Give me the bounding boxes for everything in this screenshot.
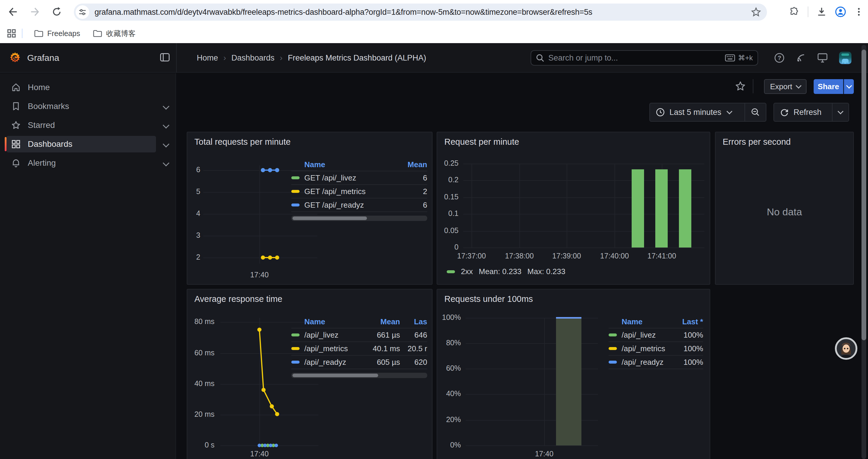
- extensions-icon[interactable]: [789, 7, 800, 17]
- breadcrumb-current: Freeleaps Metrics Dashboard (ALPHA): [288, 54, 426, 63]
- apps-grid-icon[interactable]: [7, 29, 16, 38]
- star-icon: [11, 121, 21, 130]
- user-avatar[interactable]: [839, 52, 851, 64]
- series-swatch: [609, 333, 617, 336]
- help-icon[interactable]: ?: [774, 53, 785, 63]
- legend-row[interactable]: GET /api/_readyz6: [291, 198, 427, 212]
- legend-row[interactable]: GET /api/_livez6: [291, 171, 427, 185]
- address-bar[interactable]: grafana.mathmast.com/d/deytv4rwavabkb/fr…: [74, 4, 767, 21]
- panel-avg-response-time: Average response time 80 ms 60 ms 40 ms …: [187, 289, 433, 459]
- time-range-picker[interactable]: Last 5 minutes: [650, 103, 745, 121]
- sidebar-item-home[interactable]: Home: [6, 79, 156, 96]
- browser-toolbar: grafana.mathmast.com/d/deytv4rwavabkb/fr…: [0, 0, 868, 24]
- chevron-down-icon[interactable]: [163, 103, 169, 110]
- legend-row[interactable]: /api/_readyz100%: [609, 356, 703, 369]
- sidebar-item-label: Alerting: [28, 158, 56, 168]
- url-text[interactable]: grafana.mathmast.com/d/deytv4rwavabkb/fr…: [95, 8, 751, 17]
- legend-scrollbar[interactable]: [291, 216, 427, 221]
- back-icon[interactable]: [6, 5, 20, 19]
- area-chart: [437, 290, 710, 459]
- refresh-interval-button[interactable]: [833, 103, 848, 121]
- chevron-down-icon: [838, 108, 843, 114]
- chevron-down-icon[interactable]: [163, 122, 169, 129]
- sidebar-item-starred[interactable]: Starred: [6, 117, 156, 133]
- breadcrumb: Home › Dashboards › Freeleaps Metrics Da…: [197, 43, 426, 73]
- sidebar-item-label: Home: [28, 83, 50, 92]
- chevron-down-icon: [796, 83, 802, 89]
- search-input[interactable]: Search or jump to... ⌘+k: [531, 50, 758, 66]
- series-swatch: [291, 361, 300, 364]
- toolbar-divider: [808, 6, 808, 17]
- series-swatch: [609, 361, 617, 364]
- chevron-down-icon: [726, 108, 733, 114]
- assistant-avatar[interactable]: [835, 337, 857, 360]
- monitor-icon[interactable]: [817, 53, 828, 63]
- bar-chart: [437, 132, 710, 284]
- brand-name: Grafana: [27, 53, 59, 63]
- legend-header: NameMeanLas: [291, 316, 427, 328]
- sidebar-item-label: Bookmarks: [28, 102, 69, 111]
- legend-row[interactable]: /api/_metrics100%: [609, 342, 703, 356]
- legend-table: NameMeanLas /api/_livez661 µs646 /api/_m…: [291, 316, 427, 369]
- export-button[interactable]: Export: [764, 79, 807, 94]
- sidebar-item-label: Starred: [28, 121, 55, 130]
- clock-icon: [656, 108, 665, 117]
- legend-row[interactable]: /api/_livez100%: [609, 328, 703, 342]
- application-window: grafana.mathmast.com/d/deytv4rwavabkb/fr…: [0, 0, 868, 459]
- browser-menu-icon[interactable]: [855, 7, 863, 16]
- bookmark-folder-label: Freeleaps: [47, 29, 80, 38]
- bookmark-star-icon[interactable]: [751, 7, 761, 17]
- legend-row[interactable]: /api/_metrics40.1 ms20.5 r: [291, 342, 427, 356]
- dock-sidebar-icon[interactable]: [160, 53, 169, 61]
- legend-table: NameLast * /api/_livez100% /api/_metrics…: [609, 316, 703, 369]
- legend-table: NameMean GET /api/_livez6 GET /api/_metr…: [291, 158, 427, 212]
- search-placeholder: Search or jump to...: [548, 54, 725, 63]
- chevron-down-icon[interactable]: [163, 160, 169, 167]
- legend-row[interactable]: /api/_readyz605 µs620: [291, 356, 427, 369]
- refresh-button[interactable]: Refresh: [774, 103, 832, 121]
- legend-header: NameLast *: [609, 316, 703, 328]
- reload-icon[interactable]: [50, 5, 64, 19]
- time-range-group: Last 5 minutes: [649, 103, 766, 122]
- site-settings-icon[interactable]: [75, 5, 89, 19]
- chevron-down-icon[interactable]: [163, 141, 169, 148]
- profile-icon[interactable]: [835, 6, 846, 18]
- page-scrollbar[interactable]: [862, 45, 866, 459]
- forward-icon[interactable]: [28, 5, 42, 19]
- panel-requests-under-100ms: Requests under 100ms 100% 80% 60% 40% 20…: [437, 289, 710, 459]
- bookmark-folder-freeleaps[interactable]: Freeleaps: [30, 27, 85, 40]
- series-swatch: [291, 347, 300, 350]
- apps-grid-icon: [11, 139, 21, 149]
- legend-row[interactable]: /api/_livez661 µs646: [291, 328, 427, 342]
- series-swatch: [291, 333, 300, 336]
- downloads-icon[interactable]: [816, 7, 827, 17]
- legend-header: NameMean: [291, 158, 427, 171]
- legend-row[interactable]: GET /api/_metrics2: [291, 185, 427, 198]
- refresh-group: Refresh: [773, 103, 849, 122]
- scrollbar-thumb[interactable]: [862, 50, 866, 340]
- zoom-out-icon: [751, 108, 760, 117]
- panel-title[interactable]: Errors per second: [723, 137, 791, 147]
- favorite-star-icon[interactable]: [735, 81, 746, 92]
- legend-line[interactable]: 2xx Mean: 0.233 Max: 0.233: [447, 267, 565, 276]
- grafana-logo-icon: [9, 52, 21, 64]
- news-rss-icon[interactable]: [796, 53, 806, 63]
- refresh-label: Refresh: [794, 108, 822, 117]
- sidebar: Home Bookmarks Starred Dashboards Alerti…: [0, 73, 176, 459]
- share-menu-button[interactable]: [844, 79, 854, 94]
- sidebar-item-bookmarks[interactable]: Bookmarks: [6, 98, 156, 114]
- bookmark-folder-blogs[interactable]: 收藏博客: [88, 26, 140, 41]
- bookmark-icon: [11, 102, 21, 111]
- series-swatch: [609, 347, 617, 350]
- grafana-brand[interactable]: Grafana: [9, 43, 59, 73]
- sidebar-item-dashboards[interactable]: Dashboards: [6, 136, 156, 153]
- legend-scrollbar[interactable]: [291, 373, 427, 378]
- zoom-out-button[interactable]: [745, 103, 766, 121]
- series-swatch: [447, 270, 455, 273]
- share-button[interactable]: Share: [814, 79, 843, 94]
- time-range-label: Last 5 minutes: [670, 108, 721, 117]
- sidebar-item-label: Dashboards: [28, 139, 72, 149]
- sidebar-item-alerting[interactable]: Alerting: [6, 155, 156, 171]
- breadcrumb-home[interactable]: Home: [197, 54, 218, 63]
- breadcrumb-dashboards[interactable]: Dashboards: [231, 54, 275, 63]
